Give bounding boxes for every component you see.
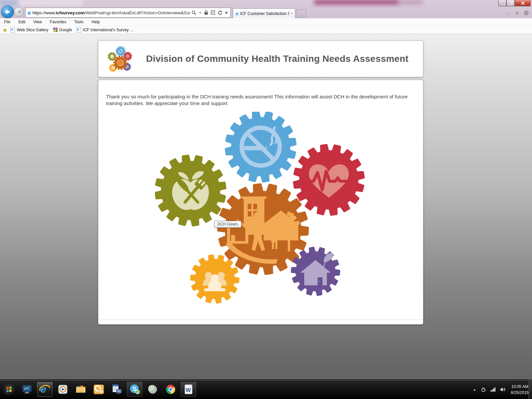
taskbar-task-checklist-icon[interactable] xyxy=(109,382,124,397)
stop-icon[interactable]: × xyxy=(225,10,228,15)
tray-expand-icon[interactable]: ▲ xyxy=(473,388,476,391)
network-signal-icon[interactable] xyxy=(490,387,496,392)
show-desktop-button[interactable] xyxy=(529,379,532,399)
address-bar[interactable]: e https://www.icfsurvey.com/WebProd/cgi-… xyxy=(25,8,231,18)
intro-text: Thank you so much for participating in t… xyxy=(106,93,412,107)
menu-bar: File Edit View Favorites Tools Help xyxy=(0,18,532,26)
svg-text:W: W xyxy=(186,387,191,393)
back-arrow-icon xyxy=(1,6,14,18)
taskbar-skype-icon[interactable]: S xyxy=(127,382,142,397)
dch-gears-tooltip: DCH Gears xyxy=(214,221,241,228)
close-button[interactable] xyxy=(515,0,531,6)
no-smoking-gear xyxy=(226,112,296,182)
tab-favicon-icon: e xyxy=(236,11,238,16)
menu-view[interactable]: View xyxy=(29,20,46,24)
people-gear xyxy=(191,255,239,303)
minimize-button[interactable] xyxy=(498,0,506,6)
page-title: Division of Community Health Training Ne… xyxy=(138,54,416,64)
system-tray: ▲ 10:05 AM 6/25/2015 xyxy=(473,380,529,399)
menu-tools[interactable]: Tools xyxy=(70,20,87,24)
survey-header-card: Division of Community Health Training Ne… xyxy=(98,41,423,77)
forward-button-disabled[interactable] xyxy=(14,7,24,17)
restore-button[interactable] xyxy=(506,0,515,6)
page-background: Division of Community Health Training Ne… xyxy=(0,34,532,379)
lock-icon xyxy=(204,10,208,15)
heart-health-gear xyxy=(294,145,364,215)
refresh-icon[interactable] xyxy=(218,10,222,15)
new-tab-button[interactable] xyxy=(296,10,306,19)
windows-logo-icon xyxy=(3,383,15,395)
menu-file[interactable]: File xyxy=(0,20,14,24)
windows-taskbar: e S W ▲ 10:05 AM 6/25/2015 xyxy=(0,379,532,399)
menu-help[interactable]: Help xyxy=(87,20,104,24)
taskbar-presentation-icon[interactable] xyxy=(19,382,35,397)
survey-body-card: Thank you so much for participating in t… xyxy=(98,80,423,325)
settings-gear-icon[interactable] xyxy=(524,10,529,17)
ie-page-icon: e xyxy=(76,27,81,33)
power-plug-icon[interactable] xyxy=(481,387,486,392)
search-dropdown-icon[interactable]: ▼ xyxy=(199,11,201,14)
search-icon[interactable] xyxy=(192,10,196,15)
home-icon[interactable]: ⌂ xyxy=(506,10,509,17)
taskbar-clock[interactable]: 10:05 AM 6/25/2015 xyxy=(511,384,529,396)
favorites-bar-star-icon[interactable]: ★ xyxy=(3,27,7,33)
start-button[interactable] xyxy=(1,382,17,397)
favorite-google[interactable]: Google xyxy=(53,28,72,32)
menu-favorites[interactable]: Favorites xyxy=(46,20,70,24)
url-text[interactable]: https://www.icfsurvey.com/WebProd/cgi-bi… xyxy=(32,10,190,15)
card-footer-divider xyxy=(98,320,423,320)
google-icon xyxy=(53,28,58,32)
dch-gears-logo xyxy=(106,46,134,75)
favorite-icf-survey[interactable]: eICF International's Survey ... xyxy=(76,27,133,33)
favorites-star-icon[interactable]: ★ xyxy=(515,10,519,16)
ie-page-icon: e xyxy=(10,27,15,33)
taskbar-chrome-icon[interactable] xyxy=(163,382,178,397)
taskbar-word-icon[interactable]: W xyxy=(181,382,196,397)
forward-arrow-icon xyxy=(14,7,23,16)
compatibility-view-icon[interactable] xyxy=(211,10,215,15)
clock-date: 6/25/2015 xyxy=(511,390,529,396)
menu-edit[interactable]: Edit xyxy=(14,20,29,24)
taskbar-media-player-icon[interactable] xyxy=(55,382,70,397)
favorite-web-slice-gallery[interactable]: eWeb Slice Gallery xyxy=(10,27,48,33)
nutrition-gear xyxy=(156,156,225,225)
taskbar-file-explorer-icon[interactable] xyxy=(73,382,88,397)
clock-time: 10:05 AM xyxy=(511,384,529,390)
taskbar-internet-explorer-icon[interactable]: e xyxy=(37,382,53,397)
tab-icf-customer-satisfaction[interactable]: e ICF Customer Satisfaction S... × xyxy=(233,8,295,18)
back-button[interactable] xyxy=(1,5,14,18)
volume-icon[interactable] xyxy=(500,387,506,392)
dch-gears-graphic xyxy=(155,112,368,305)
ie-favicon: e xyxy=(28,10,31,16)
healthy-homes-gear xyxy=(292,247,339,295)
tab-close-icon[interactable]: × xyxy=(291,11,293,16)
taskbar-cisco-anyconnect-icon[interactable] xyxy=(145,382,160,397)
taskbar-outlook-icon[interactable] xyxy=(91,382,106,397)
tab-title: ICF Customer Satisfaction S... xyxy=(240,11,289,16)
favorites-bar: ★ eWeb Slice Gallery Google eICF Interna… xyxy=(0,26,532,34)
